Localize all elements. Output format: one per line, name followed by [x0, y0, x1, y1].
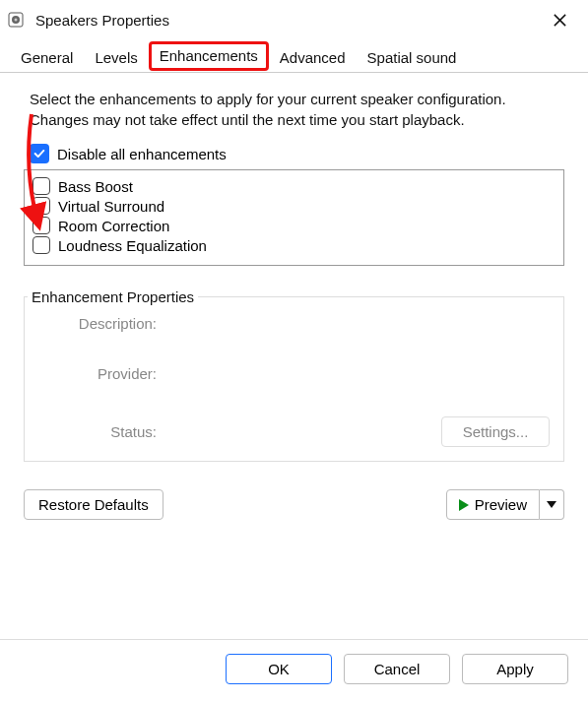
disable-all-label: Disable all enhancements [57, 146, 227, 162]
tab-general[interactable]: General [10, 42, 84, 73]
list-item[interactable]: Loudness Equalization [33, 235, 555, 255]
enhancements-list: Bass Boost Virtual Surround Room Correct… [24, 169, 564, 266]
action-row: Restore Defaults Preview [24, 489, 564, 520]
tab-advanced[interactable]: Advanced [269, 42, 357, 73]
provider-key: Provider: [38, 365, 157, 382]
enhancement-checkbox[interactable] [33, 197, 50, 215]
close-button[interactable] [537, 0, 582, 39]
tab-enhancements[interactable]: Enhancements [149, 41, 269, 71]
preview-button[interactable]: Preview [446, 489, 540, 520]
cancel-button[interactable]: Cancel [344, 654, 450, 684]
close-icon [553, 13, 567, 28]
checkmark-icon [33, 147, 46, 160]
settings-button[interactable]: Settings... [441, 416, 550, 447]
preview-label: Preview [475, 496, 527, 513]
window-title: Speakers Properties [35, 12, 527, 29]
enhancement-label: Virtual Surround [58, 198, 164, 215]
disable-all-row: Disable all enhancements [30, 144, 564, 163]
properties-group-label: Enhancement Properties [28, 288, 198, 305]
play-icon [459, 499, 469, 511]
description-key: Description: [38, 315, 157, 332]
apply-button[interactable]: Apply [462, 654, 568, 684]
enhancement-checkbox[interactable] [33, 236, 50, 254]
list-item[interactable]: Virtual Surround [33, 196, 555, 216]
properties-group: Description: Provider: Status: Settings.… [24, 296, 564, 462]
svg-point-2 [15, 19, 18, 22]
list-item[interactable]: Bass Boost [33, 176, 555, 196]
tab-spatial-sound[interactable]: Spatial sound [357, 42, 468, 73]
enhancement-label: Bass Boost [58, 178, 133, 195]
preview-dropdown-button[interactable] [540, 489, 564, 520]
tab-levels[interactable]: Levels [84, 42, 148, 73]
preview-split-button: Preview [446, 489, 564, 520]
ok-button[interactable]: OK [226, 654, 332, 684]
enhancement-checkbox[interactable] [33, 177, 50, 195]
list-item[interactable]: Room Correction [33, 216, 555, 235]
disable-all-checkbox[interactable] [30, 144, 49, 163]
dialog-window: Speakers Properties General Levels Enhan… [0, 0, 588, 702]
enhancement-label: Loudness Equalization [58, 237, 207, 254]
enhancement-label: Room Correction [58, 218, 169, 234]
restore-defaults-button[interactable]: Restore Defaults [24, 489, 163, 520]
speaker-icon [6, 10, 26, 30]
status-key: Status: [38, 423, 157, 440]
dialog-footer: OK Cancel Apply [0, 639, 588, 702]
tab-strip: General Levels Enhancements Advanced Spa… [0, 39, 588, 73]
chevron-down-icon [547, 501, 556, 508]
title-bar: Speakers Properties [0, 0, 588, 39]
intro-text: Select the enhancements to apply for you… [30, 89, 558, 130]
enhancement-checkbox[interactable] [33, 217, 50, 234]
tab-content: Select the enhancements to apply for you… [0, 73, 588, 639]
